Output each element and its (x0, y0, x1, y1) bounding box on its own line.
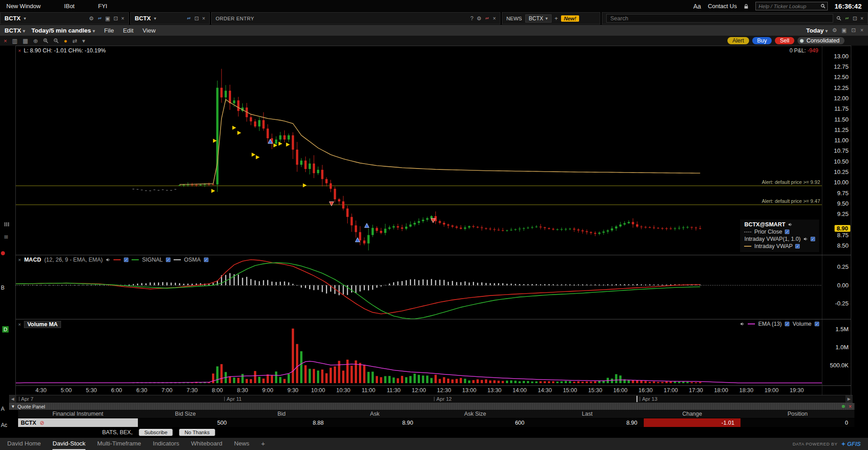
lock-icon[interactable] (744, 4, 749, 9)
docked-window-a[interactable]: A (1, 406, 5, 412)
speaker-icon[interactable] (106, 258, 110, 262)
add-news-tab-button[interactable]: + (555, 15, 558, 22)
search-icon[interactable] (821, 4, 826, 9)
close-icon[interactable]: × (860, 28, 863, 33)
alert-button[interactable]: Alert (727, 37, 749, 44)
link-icon[interactable] (485, 16, 490, 21)
close-icon[interactable]: × (18, 257, 21, 262)
record-icon[interactable]: ● (64, 38, 67, 44)
chart-scrollbar[interactable]: ◀ Apr 7Apr 11Apr 12Apr 13 ▶ (9, 395, 853, 403)
speaker-icon[interactable] (788, 222, 793, 227)
docked-bars-icon[interactable] (5, 222, 9, 226)
chart-symbol-selector[interactable]: BCTX ▾ (5, 27, 25, 34)
crosshair-icon[interactable]: ⊕ (33, 38, 38, 44)
gear-icon[interactable]: ⚙ (832, 28, 837, 33)
price-chart[interactable]: × L: 8.90 CH: -1.01 CH%: -10.19% 0 P&L: … (16, 46, 822, 255)
docked-grid-icon[interactable]: ⊞ (4, 234, 8, 240)
order-entry-panel-title[interactable]: ORDER ENTRY ? ⚙ × (211, 12, 500, 24)
expand-icon[interactable]: ⊡ (194, 16, 199, 21)
expand-icon[interactable]: ⊡ (851, 28, 856, 33)
watchlist-panel-title[interactable]: BCTX▾ ⚙ ▣ ⊡ × (0, 12, 129, 24)
consolidated-toggle[interactable]: Consolidated (797, 37, 844, 44)
pan-icon[interactable]: ⇄ (72, 38, 77, 44)
scrollbar-track[interactable]: Apr 7Apr 11Apr 12Apr 13 (16, 395, 845, 403)
speaker-icon[interactable] (803, 237, 808, 241)
help-icon[interactable]: ? (471, 16, 474, 21)
link-icon[interactable] (844, 16, 849, 21)
search-panel[interactable]: ⊡ × (602, 12, 868, 24)
menu-view[interactable]: View (142, 27, 156, 34)
docked-window-b[interactable]: B (1, 285, 5, 291)
add-workspace-tab-button[interactable]: + (261, 438, 265, 450)
close-icon[interactable]: × (202, 16, 205, 21)
checkbox-checked[interactable]: ✓ (166, 258, 170, 262)
menu-item-fyi[interactable]: FYI (98, 3, 107, 9)
contact-us-link[interactable]: Contact Us (708, 3, 737, 9)
subscribe-button[interactable]: Subscribe (139, 429, 173, 436)
tab-david-stock[interactable]: David-Stock (52, 438, 85, 450)
macd-axis[interactable]: 0.250.00-0.25 (822, 255, 851, 319)
tab-multi-timeframe[interactable]: Multi-Timeframe (97, 438, 141, 450)
tab-david-home[interactable]: David Home (7, 438, 41, 450)
help-ticker-lookup-input[interactable] (755, 2, 828, 10)
tools-dropdown-icon[interactable]: ▾ (82, 38, 85, 44)
timeframe-selector[interactable]: Today/5 min candles ▾ (32, 27, 95, 34)
link-icon[interactable] (186, 16, 191, 21)
news-symbol-tab[interactable]: BCTX▾ (525, 14, 552, 23)
collapse-caret-icon[interactable]: ▾ (12, 403, 14, 409)
sell-button[interactable]: Sell (775, 37, 794, 44)
panel1-symbol[interactable]: BCTX (5, 15, 20, 22)
help-search-field[interactable] (759, 4, 818, 9)
checkbox-checked[interactable]: ✓ (795, 244, 800, 248)
zoom-out-icon[interactable] (53, 38, 59, 43)
scroll-right-arrow[interactable]: ▶ (845, 395, 853, 403)
checkbox-checked[interactable]: ✓ (815, 322, 819, 326)
global-search-input[interactable] (606, 14, 833, 23)
speaker-icon[interactable] (740, 322, 745, 326)
tab-indicators[interactable]: Indicators (153, 438, 179, 450)
expand-icon[interactable]: ⊡ (853, 16, 857, 21)
scroll-left-arrow[interactable]: ◀ (9, 395, 16, 403)
price-axis[interactable]: 13.0012.7512.5012.2512.0011.7511.5011.25… (822, 46, 851, 255)
gear-icon[interactable]: ⚙ (89, 16, 94, 21)
menu-item-ibot[interactable]: IBot (64, 3, 75, 9)
docked-window-d-badge[interactable]: D (2, 326, 9, 333)
zoom-in-icon[interactable] (43, 38, 48, 43)
close-icon[interactable]: × (860, 16, 863, 21)
quote-panel-header[interactable]: ▾ Quote Panel × (9, 403, 854, 410)
no-thanks-button[interactable]: No Thanks (179, 429, 215, 436)
volume-chart[interactable]: × Volume MA EMA (13)✓ Volume✓ (16, 319, 822, 385)
close-icon[interactable]: × (18, 322, 21, 327)
checkbox-checked[interactable]: ✓ (785, 322, 789, 326)
menu-edit[interactable]: Edit (123, 27, 133, 34)
menu-file[interactable]: File (104, 27, 114, 34)
close-icon[interactable]: × (18, 48, 21, 53)
chevron-down-icon[interactable]: ▾ (24, 16, 26, 21)
quote-cell-symbol[interactable]: BCTX⊘ (18, 418, 138, 427)
close-icon[interactable]: × (121, 16, 124, 21)
range-selector[interactable]: Today ▾ (806, 27, 828, 34)
alert-line-label[interactable]: Alert: default price >= 9.92 (762, 179, 820, 185)
checkbox-checked[interactable]: ✓ (785, 230, 789, 234)
grid-icon[interactable]: ▦ (23, 38, 28, 44)
docked-window-ac[interactable]: Ac (1, 422, 7, 428)
font-size-control[interactable]: Aa (693, 3, 701, 10)
chart-style-icon[interactable]: ▥ (12, 38, 18, 44)
tab-whiteboard[interactable]: Whiteboard (191, 438, 222, 450)
close-icon[interactable]: × (849, 403, 852, 410)
alert-line-label[interactable]: Alert: default price >= 9.47 (762, 198, 820, 204)
chevron-down-icon[interactable]: ▾ (154, 16, 156, 21)
layout-icon[interactable]: ▣ (105, 16, 110, 21)
quote-row-bctx[interactable]: BCTX⊘5008.888.906008.90-1.010 (18, 418, 854, 427)
panel2-symbol[interactable]: BCTX (135, 15, 151, 22)
close-icon[interactable]: × (4, 38, 7, 44)
gear-icon[interactable]: ⚙ (476, 16, 481, 21)
link-icon[interactable] (97, 16, 102, 21)
menu-item-new-window[interactable]: New Window (6, 3, 41, 9)
search-icon[interactable] (836, 16, 841, 21)
checkbox-checked[interactable]: ✓ (124, 258, 128, 262)
expand-icon[interactable]: ⊡ (113, 16, 118, 21)
macd-chart[interactable]: × MACD (12, 26, 9 - EMA, EMA) ✓ SIGNAL✓ … (16, 255, 822, 319)
close-icon[interactable]: × (493, 16, 496, 21)
news-panel-title[interactable]: NEWS BCTX▾ + New! (502, 12, 600, 24)
